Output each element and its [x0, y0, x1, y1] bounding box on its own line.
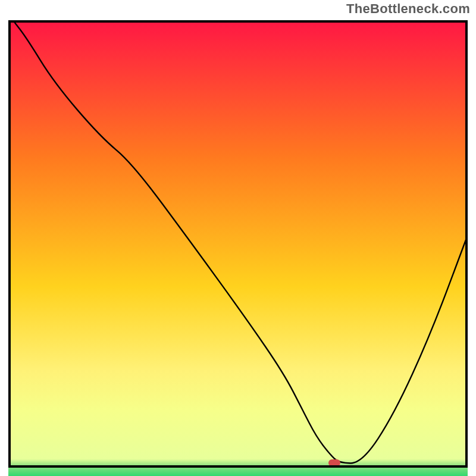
plot-area — [8, 20, 468, 468]
chart-container: TheBottleneck.com — [0, 0, 476, 476]
optimal-marker — [328, 459, 340, 466]
watermark-label: TheBottleneck.com — [346, 1, 470, 17]
bottleneck-curve — [8, 20, 468, 468]
